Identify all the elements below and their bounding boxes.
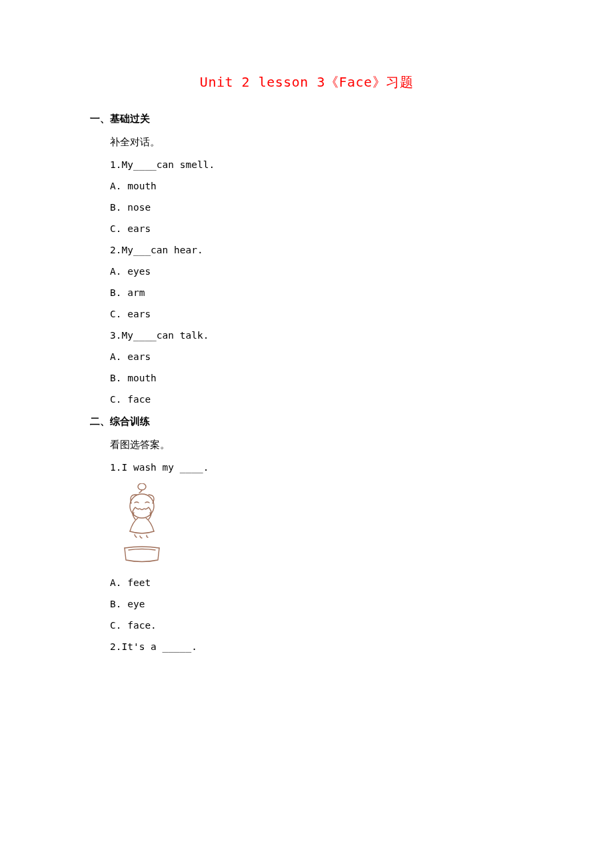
section-1: 一、基础过关 补全对话。 1.My____can smell. A. mouth… xyxy=(90,113,523,405)
q1-option-c: C. ears xyxy=(110,223,523,234)
section-2-instruction: 看图选答案。 xyxy=(110,439,523,451)
section-2: 二、综合训练 看图选答案。 1.I wash my ____. xyxy=(90,415,523,652)
s2-q1-option-a: A. feet xyxy=(110,577,523,588)
svg-point-0 xyxy=(138,483,146,490)
q3-stem: 3.My____can talk. xyxy=(110,330,523,341)
q3-option-b: B. mouth xyxy=(110,373,523,383)
q1-option-b: B. nose xyxy=(110,202,523,213)
s2-q1-option-b: B. eye xyxy=(110,599,523,609)
q2-option-c: C. ears xyxy=(110,309,523,319)
section-2-heading: 二、综合训练 xyxy=(90,415,523,428)
q2-option-a: A. eyes xyxy=(110,266,523,277)
section-1-heading: 一、基础过关 xyxy=(90,113,523,125)
q3-option-a: A. ears xyxy=(110,351,523,362)
girl-washing-face-image xyxy=(110,483,177,567)
section-1-instruction: 补全对话。 xyxy=(110,136,523,149)
s2-q2-stem: 2.It's a _____. xyxy=(110,641,523,652)
s2-q1-stem: 1.I wash my ____. xyxy=(110,462,523,473)
q2-option-b: B. arm xyxy=(110,287,523,298)
q1-option-a: A. mouth xyxy=(110,181,523,191)
q1-stem: 1.My____can smell. xyxy=(110,159,523,170)
s2-q1-option-c: C. face. xyxy=(110,620,523,631)
q3-option-c: C. face xyxy=(110,394,523,405)
q2-stem: 2.My___can hear. xyxy=(110,245,523,255)
document-title: Unit 2 lesson 3《Face》习题 xyxy=(90,73,523,91)
